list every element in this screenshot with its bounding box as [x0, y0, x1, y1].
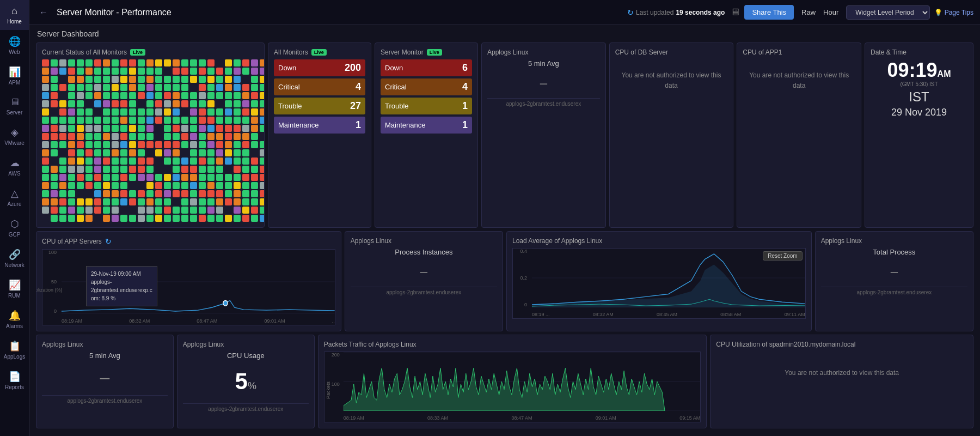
sidebar-item-vmware[interactable]: ◈ VMware: [0, 121, 29, 152]
monitor-dot[interactable]: [146, 166, 154, 173]
all-monitors-trouble-row[interactable]: Trouble 27: [274, 98, 365, 114]
monitor-dot[interactable]: [164, 166, 171, 173]
monitor-dot[interactable]: [146, 133, 154, 140]
monitor-dot[interactable]: [234, 190, 241, 197]
sidebar-item-rum[interactable]: 📈 RUM: [0, 274, 29, 304]
monitor-dot[interactable]: [129, 133, 136, 140]
monitor-dot[interactable]: [242, 117, 249, 124]
monitor-dot[interactable]: [42, 149, 49, 156]
monitor-dot[interactable]: [164, 182, 171, 189]
monitor-dot[interactable]: [242, 207, 249, 214]
monitor-dot[interactable]: [190, 108, 197, 116]
monitor-dot[interactable]: [85, 215, 93, 222]
monitor-dot[interactable]: [103, 182, 110, 189]
monitor-dot[interactable]: [155, 100, 162, 107]
monitor-dot[interactable]: [260, 182, 265, 189]
monitor-dot[interactable]: [138, 108, 145, 116]
monitor-dot[interactable]: [51, 215, 58, 222]
monitor-dot[interactable]: [242, 133, 249, 140]
monitor-dot[interactable]: [68, 149, 75, 156]
monitor-dot[interactable]: [164, 215, 171, 222]
monitor-dot[interactable]: [138, 149, 145, 156]
monitor-dot[interactable]: [225, 149, 232, 156]
monitor-dot[interactable]: [207, 215, 215, 222]
monitor-dot[interactable]: [164, 117, 171, 124]
monitor-dot[interactable]: [216, 59, 223, 66]
monitor-dot[interactable]: [242, 141, 249, 148]
monitor-dot[interactable]: [190, 174, 197, 181]
monitor-dot[interactable]: [199, 190, 206, 197]
monitor-dot[interactable]: [181, 166, 188, 173]
monitor-dot[interactable]: [120, 141, 127, 148]
monitor-dot[interactable]: [190, 198, 197, 205]
monitor-dot[interactable]: [173, 166, 180, 173]
monitor-dot[interactable]: [164, 76, 171, 83]
monitor-dot[interactable]: [68, 190, 75, 197]
monitor-dot[interactable]: [251, 59, 258, 66]
monitor-dot[interactable]: [242, 59, 249, 66]
monitor-dot[interactable]: [234, 182, 241, 189]
monitor-dot[interactable]: [68, 84, 75, 91]
server-maintenance-row[interactable]: Maintenance 1: [381, 117, 472, 134]
monitor-dot[interactable]: [120, 117, 127, 124]
monitor-dot[interactable]: [85, 198, 93, 205]
monitor-dot[interactable]: [155, 198, 162, 205]
monitor-dot[interactable]: [155, 149, 162, 156]
monitor-dot[interactable]: [129, 117, 136, 124]
monitor-dot[interactable]: [251, 207, 258, 214]
monitor-dot[interactable]: [146, 174, 154, 181]
monitor-dot[interactable]: [234, 141, 241, 148]
monitor-dot[interactable]: [234, 76, 241, 83]
monitor-dot[interactable]: [260, 68, 265, 75]
monitor-dot[interactable]: [59, 198, 66, 205]
monitor-dot[interactable]: [120, 215, 127, 222]
monitor-dot[interactable]: [190, 190, 197, 197]
monitor-dot[interactable]: [120, 198, 127, 205]
monitor-dot[interactable]: [207, 182, 215, 189]
monitor-dot[interactable]: [155, 92, 162, 99]
monitor-dot[interactable]: [251, 158, 258, 165]
monitor-dot[interactable]: [190, 149, 197, 156]
all-monitors-down-row[interactable]: Down 200: [274, 59, 365, 76]
monitor-dot[interactable]: [251, 100, 258, 107]
monitor-dot[interactable]: [181, 198, 188, 205]
monitor-dot[interactable]: [234, 68, 241, 75]
monitor-dot[interactable]: [155, 76, 162, 83]
monitor-dot[interactable]: [138, 198, 145, 205]
monitor-dot[interactable]: [173, 100, 180, 107]
monitor-dot[interactable]: [138, 141, 145, 148]
monitor-dot[interactable]: [112, 215, 119, 222]
server-trouble-row[interactable]: Trouble 1: [381, 98, 472, 114]
monitor-dot[interactable]: [120, 68, 127, 75]
monitor-dot[interactable]: [112, 207, 119, 214]
monitor-dot[interactable]: [42, 141, 49, 148]
monitor-dot[interactable]: [94, 158, 101, 165]
monitor-dot[interactable]: [85, 59, 93, 66]
monitor-dot[interactable]: [251, 149, 258, 156]
monitor-dot[interactable]: [68, 92, 75, 99]
monitor-dot[interactable]: [94, 76, 101, 83]
monitor-dot[interactable]: [173, 141, 180, 148]
monitor-dot[interactable]: [59, 108, 66, 116]
monitor-dot[interactable]: [225, 84, 232, 91]
monitor-dot[interactable]: [155, 174, 162, 181]
monitor-dot[interactable]: [85, 68, 93, 75]
monitor-dot[interactable]: [251, 117, 258, 124]
monitor-dot[interactable]: [242, 149, 249, 156]
monitor-dot[interactable]: [59, 166, 66, 173]
monitor-dot[interactable]: [85, 108, 93, 116]
monitor-dot[interactable]: [42, 215, 49, 222]
monitor-dot[interactable]: [103, 141, 110, 148]
monitor-dot[interactable]: [207, 158, 215, 165]
monitor-dot[interactable]: [260, 125, 265, 132]
monitor-dot[interactable]: [112, 141, 119, 148]
monitor-dot[interactable]: [216, 182, 223, 189]
widget-period-select[interactable]: Widget Level Period: [846, 5, 930, 20]
monitor-dot[interactable]: [181, 117, 188, 124]
monitor-dot[interactable]: [112, 198, 119, 205]
monitor-dot[interactable]: [112, 76, 119, 83]
monitor-dot[interactable]: [42, 166, 49, 173]
monitor-dot[interactable]: [129, 125, 136, 132]
monitor-dot[interactable]: [138, 174, 145, 181]
monitor-dot[interactable]: [251, 190, 258, 197]
